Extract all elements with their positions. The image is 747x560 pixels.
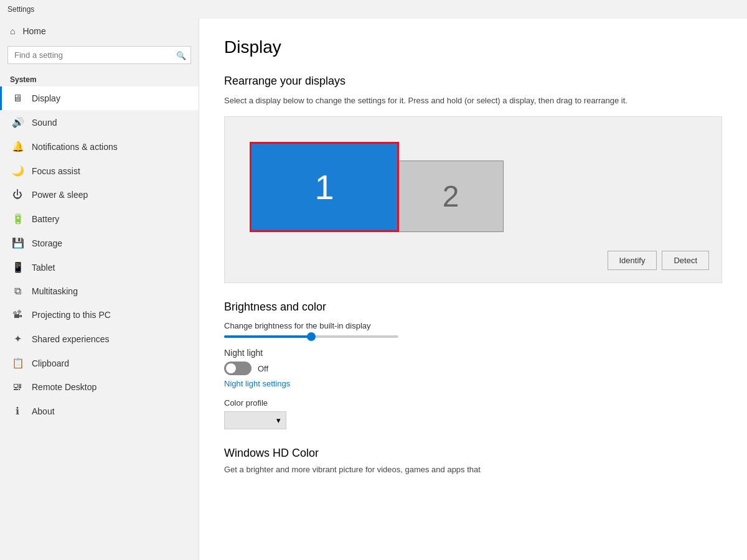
sidebar-home-label: Home — [22, 26, 45, 36]
color-profile-label: Color profile — [224, 398, 722, 408]
sidebar-item-power-label: Power & sleep — [32, 190, 88, 200]
app-container: ⌂ Home 🔍 System 🖥 Display 🔊 Sound 🔔 Noti… — [0, 19, 747, 560]
multitasking-icon: ⧉ — [12, 286, 23, 297]
sidebar-item-about-label: About — [32, 406, 55, 416]
brightness-section: Brightness and color Change brightness f… — [224, 301, 722, 429]
slider-fill — [224, 335, 311, 338]
remote-icon: 🖳 — [12, 381, 23, 393]
rearrange-section: Rearrange your displays Select a display… — [224, 75, 722, 283]
focus-icon: 🌙 — [12, 165, 23, 177]
sidebar-item-battery-label: Battery — [32, 214, 59, 224]
sidebar-item-storage-label: Storage — [32, 238, 62, 248]
sidebar-item-power[interactable]: ⏻ Power & sleep — [0, 183, 199, 207]
sidebar-item-sound-label: Sound — [32, 118, 57, 128]
display-actions: Identify Detect — [237, 251, 709, 270]
windows-hd-description: Get a brighter and more vibrant picture … — [224, 465, 722, 474]
shared-icon: ✦ — [12, 333, 23, 345]
night-light-label: Night light — [224, 348, 722, 358]
sidebar-item-multitasking[interactable]: ⧉ Multitasking — [0, 279, 199, 303]
projecting-icon: 📽 — [12, 309, 23, 320]
brightness-slider[interactable] — [224, 335, 398, 338]
sidebar-item-display-label: Display — [32, 93, 60, 103]
sidebar-item-clipboard[interactable]: 📋 Clipboard — [0, 351, 199, 375]
notifications-icon: 🔔 — [12, 141, 23, 152]
slider-thumb[interactable] — [307, 332, 316, 341]
sidebar-item-projecting-label: Projecting to this PC — [32, 310, 111, 320]
search-icon: 🔍 — [176, 50, 186, 60]
sidebar-item-shared[interactable]: ✦ Shared experiences — [0, 327, 199, 351]
windows-hd-title: Windows HD Color — [224, 447, 722, 460]
night-light-row: Off — [224, 362, 722, 375]
color-profile-dropdown[interactable]: ▾ — [224, 411, 286, 429]
night-light-state-label: Off — [258, 364, 268, 373]
sidebar-section-label: System — [0, 69, 199, 86]
brightness-slider-container — [224, 335, 722, 338]
about-icon: ℹ — [12, 405, 23, 417]
home-icon: ⌂ — [10, 26, 15, 36]
battery-icon: 🔋 — [12, 213, 23, 225]
sidebar-item-multitasking-label: Multitasking — [32, 286, 78, 296]
tablet-icon: 📱 — [12, 261, 23, 273]
toggle-knob — [226, 363, 236, 373]
monitor-1-label: 1 — [314, 167, 334, 207]
sidebar-home-button[interactable]: ⌂ Home — [0, 19, 199, 44]
main-content: Display Rearrange your displays Select a… — [199, 19, 747, 560]
title-bar: Settings — [0, 0, 747, 19]
windows-hd-section: Windows HD Color Get a brighter and more… — [224, 447, 722, 474]
monitor-2[interactable]: 2 — [398, 161, 504, 232]
rearrange-description: Select a display below to change the set… — [224, 95, 722, 106]
monitor-2-label: 2 — [443, 179, 459, 213]
sidebar-item-clipboard-label: Clipboard — [32, 358, 69, 368]
display-preview-area: 1 2 Identify Detect — [224, 116, 722, 283]
sidebar-item-notifications-label: Notifications & actions — [32, 142, 118, 152]
night-light-toggle[interactable] — [224, 362, 251, 375]
sidebar-search-container: 🔍 — [7, 46, 191, 64]
search-input[interactable] — [7, 46, 191, 64]
display-icon: 🖥 — [12, 93, 23, 104]
storage-icon: 💾 — [12, 237, 23, 249]
sidebar-item-tablet-label: Tablet — [32, 263, 55, 273]
monitor-1[interactable]: 1 — [250, 142, 399, 232]
sidebar: ⌂ Home 🔍 System 🖥 Display 🔊 Sound 🔔 Noti… — [0, 19, 199, 560]
displays-row: 1 2 — [237, 136, 709, 238]
detect-button[interactable]: Detect — [662, 251, 709, 270]
sidebar-item-shared-label: Shared experiences — [32, 334, 110, 344]
sidebar-item-focus[interactable]: 🌙 Focus assist — [0, 159, 199, 183]
sidebar-item-notifications[interactable]: 🔔 Notifications & actions — [0, 134, 199, 159]
clipboard-icon: 📋 — [12, 357, 23, 369]
sidebar-item-about[interactable]: ℹ About — [0, 399, 199, 423]
title-bar-label: Settings — [7, 5, 34, 14]
sidebar-item-storage[interactable]: 💾 Storage — [0, 231, 199, 255]
sidebar-item-projecting[interactable]: 📽 Projecting to this PC — [0, 303, 199, 327]
sidebar-item-display[interactable]: 🖥 Display — [0, 86, 199, 110]
sidebar-item-remote-label: Remote Desktop — [32, 382, 96, 392]
sidebar-item-battery[interactable]: 🔋 Battery — [0, 207, 199, 231]
sidebar-item-focus-label: Focus assist — [32, 166, 80, 176]
sidebar-item-sound[interactable]: 🔊 Sound — [0, 110, 199, 134]
night-light-settings-link[interactable]: Night light settings — [224, 379, 722, 388]
power-icon: ⏻ — [12, 189, 23, 200]
sidebar-item-remote[interactable]: 🖳 Remote Desktop — [0, 375, 199, 399]
chevron-down-icon: ▾ — [276, 416, 281, 425]
identify-button[interactable]: Identify — [608, 251, 657, 270]
brightness-section-title: Brightness and color — [224, 301, 722, 314]
sidebar-item-tablet[interactable]: 📱 Tablet — [0, 255, 199, 279]
sound-icon: 🔊 — [12, 116, 23, 128]
brightness-label: Change brightness for the built-in displ… — [224, 321, 722, 330]
rearrange-title: Rearrange your displays — [224, 75, 722, 88]
page-title: Display — [224, 37, 722, 57]
